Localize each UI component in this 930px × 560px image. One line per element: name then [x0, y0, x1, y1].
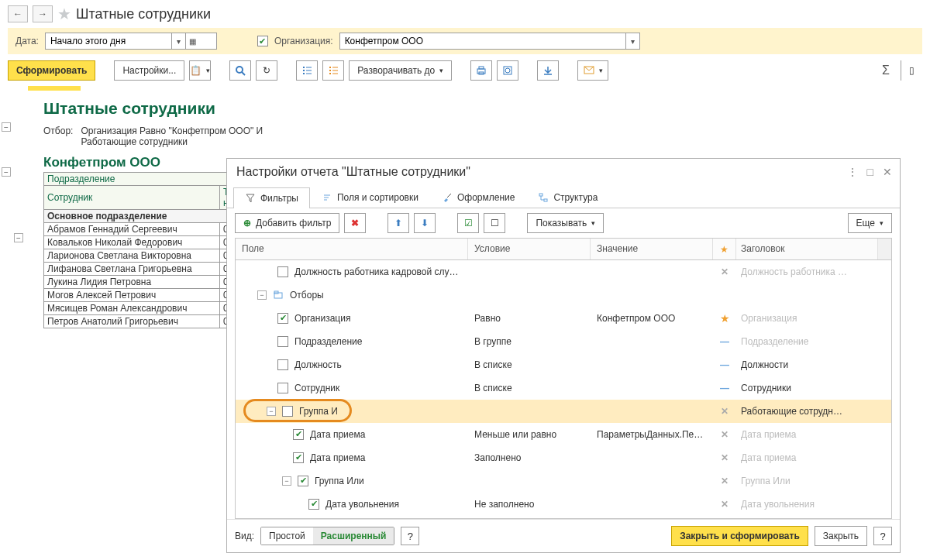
filter-field-label: Дата приема	[310, 452, 365, 463]
org-checkbox[interactable]: ✔	[257, 36, 268, 46]
uncheck-all-button[interactable]: ☐	[484, 213, 505, 233]
col-title[interactable]: Заголовок	[736, 239, 877, 259]
checkbox-icon[interactable]: ✔	[277, 313, 288, 324]
add-filter-button[interactable]: ⊕ Добавить фильтр	[235, 213, 339, 233]
outline-toggle-3[interactable]: −	[14, 233, 23, 242]
tab-filters[interactable]: Фильтры	[233, 187, 310, 208]
panel-toggle-button[interactable]: ▯	[901, 60, 922, 81]
remove-icon[interactable]: ✕	[721, 266, 728, 277]
filter-row[interactable]: −✔Группа Или ✕ Группа Или	[236, 469, 891, 493]
form-button[interactable]: Сформировать	[8, 60, 95, 81]
filter-row[interactable]: Должность работника кадровой слу… ✕ Долж…	[236, 260, 891, 283]
col-field[interactable]: Поле	[236, 239, 468, 259]
dialog-close-icon[interactable]: ✕	[883, 166, 892, 178]
filter-row[interactable]: Подразделение В группе — Подразделение	[236, 330, 891, 353]
dash-icon[interactable]: —	[720, 359, 729, 370]
expand-to-button[interactable]: Разворачивать до ▾	[349, 60, 452, 81]
col-value[interactable]: Значение	[591, 239, 713, 259]
svg-rect-8	[329, 67, 331, 68]
expander-icon[interactable]: −	[267, 407, 276, 416]
show-button[interactable]: Показывать ▾	[527, 213, 604, 233]
filter-row[interactable]: −Отборы	[236, 283, 891, 307]
date-input[interactable]	[46, 36, 171, 46]
filters-body[interactable]: Должность работника кадровой слу… ✕ Долж…	[236, 260, 891, 518]
nav-back-button[interactable]: ←	[8, 5, 28, 22]
list-collapse-button[interactable]	[296, 60, 318, 81]
close-and-form-button[interactable]: Закрыть и сформировать	[671, 526, 808, 546]
filter-title: Сотрудники	[736, 383, 891, 393]
preview-button[interactable]	[497, 60, 518, 81]
dash-icon[interactable]: —	[720, 336, 729, 347]
more-button[interactable]: Еще ▾	[848, 213, 892, 233]
save-button[interactable]	[537, 60, 559, 81]
checkbox-icon[interactable]	[277, 266, 288, 277]
svg-rect-10	[329, 73, 331, 74]
checkbox-icon[interactable]: ✔	[308, 499, 319, 510]
org-input[interactable]	[340, 36, 625, 46]
favorite-icon[interactable]: ★	[57, 5, 71, 23]
tab-design[interactable]: Оформление	[430, 187, 526, 208]
list-expand-button[interactable]	[322, 60, 344, 81]
expander-icon[interactable]: −	[282, 476, 291, 486]
filter-row[interactable]: Сотрудник В списке — Сотрудники	[236, 376, 891, 400]
filter-field-label: Группа Или	[315, 476, 364, 486]
remove-icon[interactable]: ✕	[721, 452, 728, 463]
filter-field-label: Группа И	[299, 406, 338, 417]
col-condition[interactable]: Условие	[468, 239, 591, 259]
dash-icon[interactable]: —	[720, 383, 729, 393]
page-title: Штатные сотрудники	[76, 6, 211, 22]
group-row[interactable]: Основное подразделение	[44, 210, 253, 223]
settings-button[interactable]: Настройки...	[114, 60, 184, 81]
sigma-icon[interactable]: Σ	[882, 64, 896, 77]
remove-icon[interactable]: ✕	[721, 476, 728, 486]
remove-filter-button[interactable]: ✖	[344, 213, 366, 233]
svg-rect-4	[303, 73, 305, 74]
view-extended-button[interactable]: Расширенный	[313, 527, 394, 545]
tab-fields[interactable]: Поля и сортировки	[310, 187, 430, 208]
filter-row[interactable]: Должность В списке — Должности	[236, 353, 891, 376]
col-star-icon[interactable]: ★	[713, 239, 736, 259]
move-down-button[interactable]: ⬇	[414, 213, 436, 233]
remove-icon[interactable]: ✕	[721, 406, 728, 417]
mail-button[interactable]: ▾	[577, 60, 608, 81]
filter-row[interactable]: ✔Дата приема Меньше или равно ПараметрыД…	[236, 423, 891, 446]
expander-icon[interactable]: −	[257, 290, 267, 300]
filter-row[interactable]: ✔Дата приема Заполнено ✕ Дата приема	[236, 446, 891, 469]
nav-forward-button[interactable]: →	[33, 5, 53, 22]
check-all-button[interactable]: ☑	[457, 213, 479, 233]
checkbox-icon[interactable]: ✔	[293, 429, 304, 440]
checkbox-icon[interactable]	[277, 336, 288, 347]
dialog-menu-icon[interactable]: ⋮	[847, 166, 858, 178]
filter-title: Дата приема	[736, 429, 891, 440]
checkbox-icon[interactable]: ✔	[293, 452, 304, 463]
date-select[interactable]: ▾ ▦	[45, 33, 217, 50]
checkbox-icon[interactable]	[277, 383, 288, 393]
date-dropdown-icon[interactable]: ▾	[171, 33, 185, 49]
filter-row[interactable]: −Группа И ✕ Работающие сотрудн…	[236, 400, 891, 423]
view-simple-button[interactable]: Простой	[261, 527, 313, 545]
employee-name: Петров Анатолий Григорьевич	[44, 315, 220, 328]
outline-toggle-2[interactable]: −	[2, 167, 11, 177]
star-icon[interactable]: ★	[720, 312, 730, 325]
tab-structure[interactable]: Структура	[526, 187, 609, 208]
date-calendar-icon[interactable]: ▦	[185, 33, 199, 49]
filter-row[interactable]: ✔Дата увольнения Не заполнено ✕ Дата уво…	[236, 493, 891, 516]
help-button-2[interactable]: ?	[873, 527, 892, 545]
remove-icon[interactable]: ✕	[721, 429, 728, 440]
filter-row[interactable]: ✔Организация Равно Конфетпром ООО ★ Орга…	[236, 307, 891, 330]
move-up-button[interactable]: ⬆	[388, 213, 409, 233]
org-dropdown-icon[interactable]: ▾	[625, 33, 639, 49]
checkbox-icon[interactable]	[277, 359, 288, 370]
remove-icon[interactable]: ✕	[721, 499, 728, 510]
dialog-maximize-icon[interactable]: □	[867, 166, 873, 178]
org-select[interactable]: ▾	[339, 33, 640, 50]
checkbox-icon[interactable]: ✔	[298, 476, 308, 486]
help-button[interactable]: ?	[401, 527, 419, 545]
search-button[interactable]	[229, 60, 251, 81]
refresh-button[interactable]: ↻	[256, 60, 277, 81]
paste-button[interactable]: 📋▾	[189, 60, 211, 81]
print-button[interactable]	[470, 60, 492, 81]
checkbox-icon[interactable]	[282, 406, 293, 417]
outline-toggle-1[interactable]: −	[2, 122, 11, 132]
close-button[interactable]: Закрыть	[815, 526, 867, 546]
